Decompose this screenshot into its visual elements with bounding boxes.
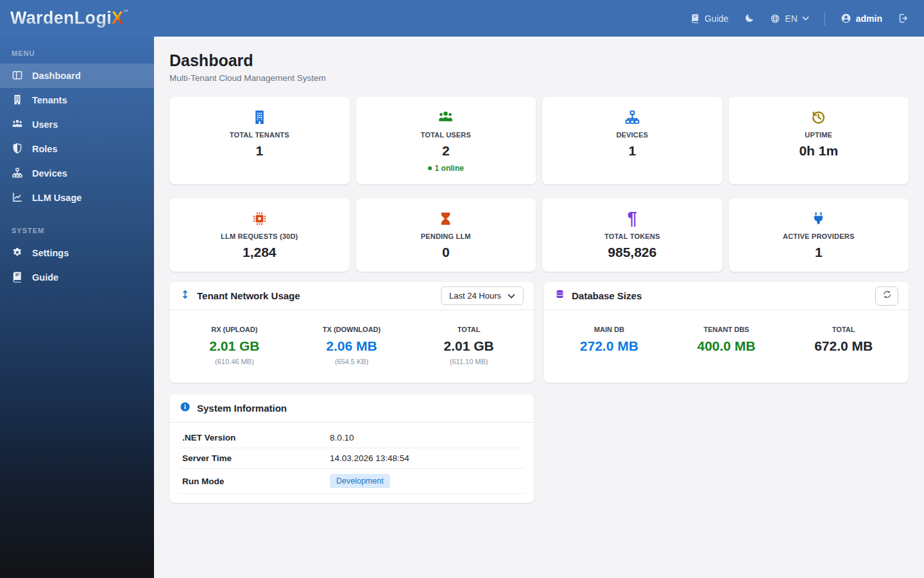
metric-label: MAIN DB <box>551 326 668 333</box>
sidebar-item-label: Guide <box>32 272 58 283</box>
metric-sub: (611.10 MB) <box>410 358 527 365</box>
sitemap-icon <box>549 109 716 126</box>
sidebar-item-settings[interactable]: Settings <box>0 241 154 265</box>
system-info-table: .NET Version 8.0.10 Server Time 14.03.20… <box>169 423 534 503</box>
stat-label: PENDING LLM <box>363 232 530 240</box>
online-dot-icon <box>428 166 432 170</box>
info-row-label: Run Mode <box>182 477 330 486</box>
sidebar-item-guide[interactable]: Guide <box>0 265 154 290</box>
table-row: Run Mode Development <box>180 469 524 494</box>
metric-total: TOTAL 2.01 GB (611.10 MB) <box>410 326 527 365</box>
plug-icon <box>735 210 903 227</box>
metric-sub: (610.46 MB) <box>176 358 293 365</box>
theme-toggle-button[interactable] <box>744 13 755 24</box>
metric-label: RX (UPLOAD) <box>176 326 293 333</box>
info-row-label: .NET Version <box>182 433 330 442</box>
microchip-icon <box>176 210 343 227</box>
logout-button[interactable] <box>898 13 909 24</box>
stat-value: 1,284 <box>176 245 343 260</box>
metric-label: TOTAL <box>785 326 902 333</box>
info-row-label: Server Time <box>182 453 330 463</box>
system-information-panel: System Information .NET Version 8.0.10 S… <box>169 394 534 503</box>
metric-main-db: MAIN DB 272.0 MB <box>551 326 668 354</box>
database-icon <box>554 289 565 302</box>
page-subtitle: Multi-Tenant Cloud Management System <box>169 73 909 83</box>
sidebar-item-tenants[interactable]: Tenants <box>0 88 154 112</box>
stat-label: LLM REQUESTS (30D) <box>176 232 343 240</box>
sidebar-item-llm-usage[interactable]: LLM Usage <box>0 186 154 210</box>
history-icon <box>735 109 903 126</box>
metric-tx: TX (DOWNLOAD) 2.06 MB (654.5 KB) <box>293 326 411 365</box>
metric-rx: RX (UPLOAD) 2.01 GB (610.46 MB) <box>176 326 293 365</box>
stat-label: TOTAL USERS <box>363 131 530 139</box>
database-panel-body: MAIN DB 272.0 MB TENANT DBS 400.0 MB TOT… <box>544 310 909 371</box>
sidebar-item-devices[interactable]: Devices <box>0 161 154 186</box>
stat-card-active-providers: ACTIVE PROVIDERS 1 <box>729 198 909 272</box>
stat-card-devices: DEVICES 1 <box>542 97 723 184</box>
header-divider <box>825 12 825 26</box>
header-guide-label: Guide <box>705 13 728 24</box>
pilcrow-icon: ¶ <box>549 210 716 227</box>
page-title: Dashboard <box>169 51 909 70</box>
stat-value: 1 <box>735 245 903 260</box>
info-row-value: 8.0.10 <box>330 433 354 442</box>
system-info-header: System Information <box>169 394 534 423</box>
stat-label: TOTAL TOKENS <box>549 232 716 240</box>
sidebar-item-label: Dashboard <box>32 71 81 81</box>
brand-logo[interactable]: WardenLogiX™ <box>10 10 129 27</box>
stat-card-uptime: UPTIME 0h 1m <box>729 97 909 184</box>
stat-value: 0 <box>363 245 530 260</box>
network-panel-body: RX (UPLOAD) 2.01 GB (610.46 MB) TX (DOWN… <box>169 310 534 383</box>
sign-out-icon <box>898 13 909 24</box>
refresh-button[interactable] <box>875 286 898 306</box>
book-icon <box>12 271 23 285</box>
online-count-label: 1 online <box>435 164 464 173</box>
user-menu[interactable]: admin <box>841 13 882 24</box>
metric-label: TENANT DBS <box>668 326 785 333</box>
refresh-icon <box>882 290 892 302</box>
panels-row: Tenant Network Usage Last 24 Hours RX (U… <box>169 282 909 383</box>
info-row-value: 14.03.2026 13:48:54 <box>330 453 409 463</box>
stat-label: DEVICES <box>549 131 716 139</box>
globe-icon <box>770 13 780 24</box>
stat-card-total-tokens: ¶ TOTAL TOKENS 985,826 <box>542 198 723 272</box>
stat-label: UPTIME <box>735 131 903 139</box>
gear-icon <box>12 247 23 260</box>
shield-halved-icon <box>12 143 23 156</box>
sidebar-item-dashboard[interactable]: Dashboard <box>0 64 154 88</box>
period-select[interactable]: Last 24 Hours <box>441 286 524 305</box>
sidebar-item-users[interactable]: Users <box>0 112 154 137</box>
sitemap-icon <box>12 167 23 180</box>
stat-card-llm-requests: LLM REQUESTS (30D) 1,284 <box>169 198 350 272</box>
language-dropdown[interactable]: EN <box>770 13 809 24</box>
metric-value: 2.01 GB <box>410 338 527 354</box>
building-icon <box>176 109 343 126</box>
tenant-network-usage-panel: Tenant Network Usage Last 24 Hours RX (U… <box>169 282 534 383</box>
stat-label: TOTAL TENANTS <box>176 131 343 139</box>
header-guide-link[interactable]: Guide <box>690 13 728 24</box>
book-icon <box>690 13 700 23</box>
sidebar-item-roles[interactable]: Roles <box>0 137 154 161</box>
metric-value: 400.0 MB <box>668 338 785 354</box>
info-circle-icon <box>180 401 191 415</box>
database-sizes-panel: Database Sizes MAIN DB 272.0 MB TENANT D… <box>544 282 909 383</box>
metric-label: TOTAL <box>410 326 527 333</box>
stat-value: 2 <box>363 143 530 159</box>
metric-value: 2.06 MB <box>293 338 411 354</box>
sidebar-item-label: Settings <box>32 248 69 258</box>
sidebar-item-label: Tenants <box>32 95 67 105</box>
hourglass-icon <box>363 210 530 227</box>
caret-down-icon <box>802 16 809 21</box>
person-circle-icon <box>841 13 851 24</box>
stat-label: ACTIVE PROVIDERS <box>735 232 903 240</box>
sidebar-item-label: Users <box>32 119 58 130</box>
chart-line-icon <box>12 191 23 205</box>
system-info-row: System Information .NET Version 8.0.10 S… <box>169 394 909 503</box>
username-label: admin <box>856 13 882 24</box>
metric-value: 2.01 GB <box>176 338 293 354</box>
moon-icon <box>744 13 755 24</box>
stat-value: 985,826 <box>549 245 716 260</box>
metric-label: TX (DOWNLOAD) <box>293 326 411 333</box>
chevron-down-icon <box>508 291 515 301</box>
stat-cards-row-2: LLM REQUESTS (30D) 1,284 PENDING LLM 0 ¶… <box>169 198 909 272</box>
